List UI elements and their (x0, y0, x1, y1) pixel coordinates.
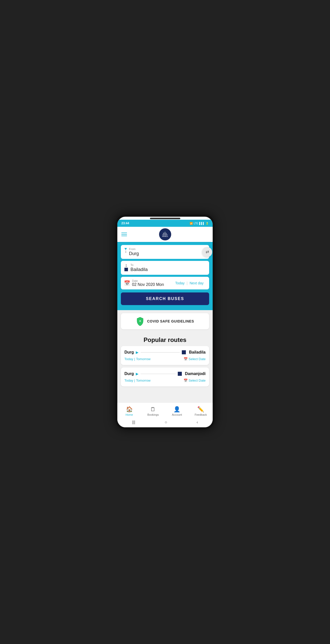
route-dest-icon-1 (178, 372, 182, 376)
nav-item-bookings[interactable]: 🗒 Bookings (141, 406, 165, 416)
from-dots (125, 251, 126, 253)
battery-icon: 🔋 (206, 222, 209, 225)
route-sep-1: | (134, 379, 135, 382)
phone-frame: 23:44 📶 LTE ▌▌▌ 🔋 🚌 PAYALMANISHTRAVELS (115, 215, 215, 429)
nav-label-bookings: Bookings (147, 413, 159, 416)
account-icon: 👤 (173, 406, 180, 413)
route-to-0: Bailadila (189, 350, 206, 355)
to-square-icon (124, 268, 128, 271)
route-select-date-0[interactable]: 📅 Select Date (184, 357, 206, 361)
system-nav: ||| ○ ‹ (117, 418, 213, 427)
from-arrow-icon (124, 248, 127, 250)
lte-icon: LTE (194, 222, 198, 225)
route-card-1[interactable]: Durg ▶ Damanjodi Today | Tomorrow 📅 Sele… (121, 367, 209, 386)
route-dest-icon-0 (182, 350, 186, 354)
signal-icon: ▌▌▌ (199, 222, 205, 225)
swap-button[interactable]: ⇅ (202, 247, 212, 257)
next-day-button[interactable]: Next day (188, 281, 206, 285)
route-select-date-1[interactable]: 📅 Select Date (184, 379, 206, 382)
to-icon (124, 264, 128, 271)
route-tomorrow-0[interactable]: Tomorrow (136, 357, 150, 361)
notch (150, 218, 180, 219)
covid-text: COVID SAFE GUIDELINES (147, 319, 194, 323)
search-section: From Durg ⇅ To Bailadila 📅 Date (117, 242, 213, 310)
to-label: To (130, 263, 206, 266)
route-select-date-text-1: Select Date (189, 379, 206, 382)
covid-banner[interactable]: + COVID SAFE GUIDELINES (121, 313, 209, 329)
calendar-icon: 📅 (124, 280, 130, 286)
bookings-icon: 🗒 (150, 406, 156, 413)
logo: 🚌 PAYALMANISHTRAVELS (159, 228, 171, 240)
nav-label-account: Account (172, 413, 182, 416)
hamburger-menu[interactable] (121, 233, 127, 236)
back-button[interactable]: ‹ (196, 420, 198, 425)
route-actions-0: Today | Tomorrow 📅 Select Date (124, 357, 206, 361)
popular-routes-title: Popular routes (117, 332, 213, 346)
from-icon (124, 248, 127, 253)
route-card-0[interactable]: Durg ▶ Bailadila Today | Tomorrow 📅 Sele… (121, 346, 209, 365)
main-content: + COVID SAFE GUIDELINES Popular routes D… (117, 310, 213, 403)
from-input-card[interactable]: From Durg (121, 245, 209, 259)
nav-label-home: Home (125, 413, 133, 416)
route-row-0: Durg ▶ Bailadila (124, 350, 206, 355)
to-input-card[interactable]: To Bailadila (121, 261, 209, 275)
route-line-1 (141, 374, 176, 374)
status-icons: 📶 LTE ▌▌▌ 🔋 (190, 222, 209, 225)
nav-item-account[interactable]: 👤 Account (165, 406, 189, 416)
route-select-date-text-0: Select Date (189, 357, 206, 361)
nav-item-home[interactable]: 🏠 Home (117, 406, 141, 416)
route-tomorrow-1[interactable]: Tomorrow (136, 379, 150, 382)
from-value: Durg (129, 251, 206, 256)
svg-text:+: + (139, 319, 141, 323)
route-calendar-icon-0: 📅 (184, 357, 188, 361)
home-icon: 🏠 (126, 406, 133, 413)
bluetooth-icon: 📶 (190, 222, 193, 225)
recents-button[interactable]: ||| (132, 420, 135, 425)
route-arrow-1: ▶ (136, 372, 139, 376)
swap-icon: ⇅ (205, 250, 210, 254)
status-bar: 23:44 📶 LTE ▌▌▌ 🔋 (117, 220, 213, 227)
today-button[interactable]: Today (173, 281, 187, 285)
date-card[interactable]: 📅 Date 02 Nov 2020 Mon Today | Next day (121, 277, 209, 289)
shield-icon: + (136, 317, 144, 326)
feedback-icon: ✏️ (197, 406, 204, 413)
route-row-1: Durg ▶ Damanjodi (124, 371, 206, 376)
route-from-1: Durg (124, 371, 134, 376)
date-label: Date (132, 279, 164, 282)
to-value: Bailadila (130, 267, 206, 272)
route-today-1[interactable]: Today (124, 379, 133, 382)
logo-text: 🚌 PAYALMANISHTRAVELS (162, 232, 168, 237)
from-wrapper: From Durg ⇅ (121, 245, 209, 259)
header: 🚌 PAYALMANISHTRAVELS (117, 227, 213, 242)
date-info: Date 02 Nov 2020 Mon (132, 279, 164, 287)
date-value: 02 Nov 2020 Mon (132, 282, 164, 287)
route-from-0: Durg (124, 350, 134, 355)
from-label: From (129, 247, 206, 251)
route-calendar-icon-1: 📅 (184, 379, 188, 382)
route-sep-0: | (134, 357, 135, 361)
route-arrow-0: ▶ (136, 350, 139, 354)
route-line-0 (141, 352, 180, 353)
route-actions-1: Today | Tomorrow 📅 Select Date (124, 379, 206, 382)
date-actions: Today | Next day (173, 281, 206, 285)
bottom-nav: 🏠 Home 🗒 Bookings 👤 Account ✏️ Feedback (117, 403, 213, 418)
status-time: 23:44 (121, 221, 129, 225)
nav-item-feedback[interactable]: ✏️ Feedback (189, 406, 213, 416)
route-date-btns-0: Today | Tomorrow (124, 357, 150, 361)
route-today-0[interactable]: Today (124, 357, 133, 361)
route-to-1: Damanjodi (185, 371, 206, 376)
home-button[interactable]: ○ (165, 420, 167, 425)
route-date-btns-1: Today | Tomorrow (124, 379, 150, 382)
search-buses-button[interactable]: SEARCH BUSES (121, 292, 209, 305)
nav-label-feedback: Feedback (195, 413, 207, 416)
